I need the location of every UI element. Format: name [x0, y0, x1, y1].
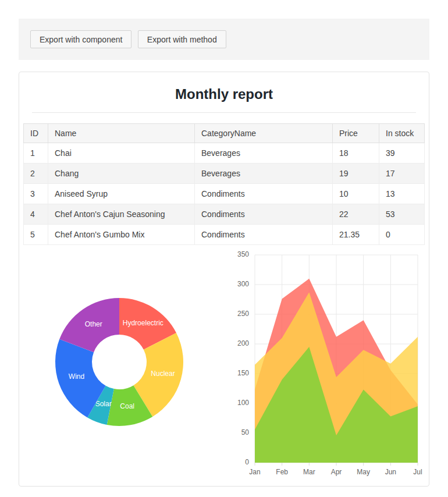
- donut-segment-label: Wind: [69, 372, 84, 381]
- table-cell: Chai: [48, 143, 195, 164]
- column-header-id: ID: [24, 124, 48, 143]
- y-axis-label: 250: [237, 310, 249, 318]
- column-header-name: Name: [48, 124, 195, 143]
- energy-donut-chart: HydroelectricNuclearCoalSolarWindOther: [23, 248, 221, 477]
- table-cell: 18: [333, 143, 379, 164]
- title-divider: [32, 112, 416, 113]
- charts-row: HydroelectricNuclearCoalSolarWindOther 0…: [23, 248, 425, 477]
- report-title: Monthly report: [23, 86, 425, 102]
- donut-segment-label: Hydroelectric: [123, 319, 163, 327]
- y-axis-label: 200: [237, 339, 249, 347]
- table-cell: Condiments: [195, 225, 333, 245]
- table-cell: 5: [24, 225, 48, 245]
- table-cell: 17: [379, 164, 425, 184]
- x-axis-label: Feb: [276, 468, 288, 476]
- table-cell: 53: [379, 204, 425, 225]
- export-with-component-button[interactable]: Export with component: [30, 30, 131, 48]
- donut-segment-label: Solar: [95, 400, 112, 408]
- table-row: 3Aniseed SyrupCondiments1013: [24, 184, 425, 204]
- column-header-in-stock: In stock: [379, 124, 425, 143]
- table-cell: Aniseed Syrup: [48, 184, 195, 204]
- table-cell: Chef Anton's Cajun Seasoning: [48, 204, 195, 225]
- x-axis-label: Jun: [385, 468, 396, 476]
- table-row: 1ChaiBeverages1839: [24, 143, 425, 164]
- table-cell: 4: [24, 204, 48, 225]
- table-row: 2ChangBeverages1917: [24, 164, 425, 184]
- table-cell: 21.35: [333, 225, 379, 245]
- table-cell: 19: [333, 164, 379, 184]
- export-toolbar: Export with component Export with method: [19, 19, 429, 60]
- table-cell: 1: [24, 143, 48, 164]
- table-cell: Chang: [48, 164, 195, 184]
- x-axis-label: Mar: [303, 468, 315, 476]
- x-axis-label: Apr: [331, 468, 342, 476]
- products-grid: IDNameCategoryNamePriceIn stock 1ChaiBev…: [23, 123, 425, 245]
- table-cell: Condiments: [195, 184, 333, 204]
- donut-segment-label: Other: [85, 320, 102, 328]
- y-axis-label: 0: [245, 458, 249, 466]
- table-cell: 3: [24, 184, 48, 204]
- table-cell: 10: [333, 184, 379, 204]
- report-card: Monthly report IDNameCategoryNamePriceIn…: [19, 72, 429, 487]
- donut-segment-label: Coal: [120, 402, 134, 410]
- table-cell: 0: [379, 225, 425, 245]
- export-with-method-button[interactable]: Export with method: [138, 30, 226, 48]
- table-cell: 22: [333, 204, 379, 225]
- table-row: 4Chef Anton's Cajun SeasoningCondiments2…: [24, 204, 425, 225]
- column-header-categoryname: CategoryName: [195, 124, 333, 143]
- grid-header: IDNameCategoryNamePriceIn stock: [24, 124, 425, 143]
- x-axis-label: Jan: [249, 468, 260, 476]
- x-axis-label: May: [357, 468, 370, 476]
- y-axis-label: 50: [241, 428, 250, 436]
- table-row: 5Chef Anton's Gumbo MixCondiments21.350: [24, 225, 425, 245]
- y-axis-label: 350: [237, 250, 249, 258]
- table-cell: 2: [24, 164, 48, 184]
- y-axis-label: 100: [237, 399, 249, 407]
- table-cell: Beverages: [195, 164, 333, 184]
- monthly-area-chart: 050100150200250300350JanFebMarAprMayJunJ…: [221, 248, 424, 477]
- table-cell: 39: [379, 143, 425, 164]
- x-axis-label: Jul: [413, 468, 422, 476]
- table-cell: Chef Anton's Gumbo Mix: [48, 225, 195, 245]
- table-cell: 13: [379, 184, 425, 204]
- donut-segment-label: Nuclear: [151, 370, 175, 378]
- column-header-price: Price: [333, 124, 379, 143]
- y-axis-label: 150: [237, 369, 249, 377]
- table-cell: Beverages: [195, 143, 333, 164]
- y-axis-label: 300: [237, 280, 249, 288]
- page: Export with component Export with method…: [0, 0, 448, 487]
- table-cell: Condiments: [195, 204, 333, 225]
